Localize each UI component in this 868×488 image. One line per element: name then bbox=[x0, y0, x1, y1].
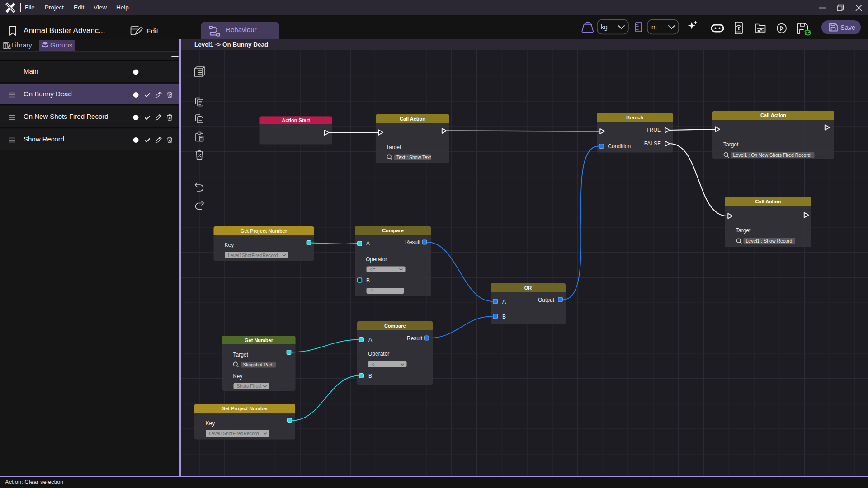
svg-text:A: A bbox=[368, 337, 372, 343]
svg-text:Get Project Number: Get Project Number bbox=[222, 406, 269, 411]
svg-text:Call Action: Call Action bbox=[755, 199, 781, 204]
svg-text:Call Action: Call Action bbox=[400, 116, 425, 122]
svg-text:Result: Result bbox=[407, 335, 423, 342]
svg-text:Target: Target bbox=[233, 352, 249, 358]
svg-text:Condition: Condition bbox=[608, 143, 631, 150]
svg-text:Operator: Operator bbox=[366, 256, 387, 263]
svg-text:B: B bbox=[502, 314, 506, 320]
svg-text:<: < bbox=[372, 361, 374, 367]
svg-text:Level1 : On New Shots Fired Re: Level1 : On New Shots Fired Record bbox=[733, 152, 811, 158]
svg-text:Key: Key bbox=[206, 420, 215, 427]
svg-text:Key: Key bbox=[233, 373, 243, 380]
svg-text:m: m bbox=[651, 23, 657, 31]
svg-text:B: B bbox=[366, 277, 370, 284]
svg-text:kg: kg bbox=[601, 23, 608, 31]
svg-text:TRUE: TRUE bbox=[646, 127, 661, 133]
svg-text:Level1ShotFiredRecord: Level1ShotFiredRecord bbox=[228, 253, 278, 258]
svg-text:Target: Target bbox=[736, 227, 751, 234]
svg-text:Get Number: Get Number bbox=[245, 338, 274, 343]
svg-text:Key: Key bbox=[225, 242, 234, 248]
svg-text:Level1 : Show Record: Level1 : Show Record bbox=[746, 238, 793, 244]
svg-text:B: B bbox=[368, 373, 372, 379]
svg-text:Branch: Branch bbox=[626, 115, 643, 120]
svg-text:Compare: Compare bbox=[382, 228, 404, 233]
svg-text:Target: Target bbox=[723, 141, 739, 148]
svg-text:Call Action: Call Action bbox=[760, 113, 786, 118]
svg-text:Action Start: Action Start bbox=[282, 117, 310, 123]
svg-text:Target: Target bbox=[386, 144, 401, 150]
svg-text:Output: Output bbox=[538, 297, 555, 303]
svg-text:Result: Result bbox=[405, 239, 421, 245]
svg-text:<=: <= bbox=[370, 267, 375, 272]
svg-text:FALSE: FALSE bbox=[644, 141, 661, 147]
svg-text:A: A bbox=[502, 299, 506, 305]
svg-text:Compare: Compare bbox=[384, 323, 406, 328]
svg-text:Operator: Operator bbox=[368, 351, 389, 357]
svg-text:Text : Show Text: Text : Show Text bbox=[396, 155, 431, 160]
svg-text:OR: OR bbox=[524, 285, 532, 291]
svg-text:Shots Fired: Shots Fired bbox=[237, 383, 261, 389]
svg-text:-1: -1 bbox=[369, 288, 373, 293]
svg-text:A: A bbox=[366, 240, 370, 247]
svg-text:Get Project Number: Get Project Number bbox=[241, 228, 288, 234]
svg-text:Level1ShotFiredRecord: Level1ShotFiredRecord bbox=[209, 431, 259, 436]
svg-text:Slingshot Pad: Slingshot Pad bbox=[243, 362, 273, 367]
